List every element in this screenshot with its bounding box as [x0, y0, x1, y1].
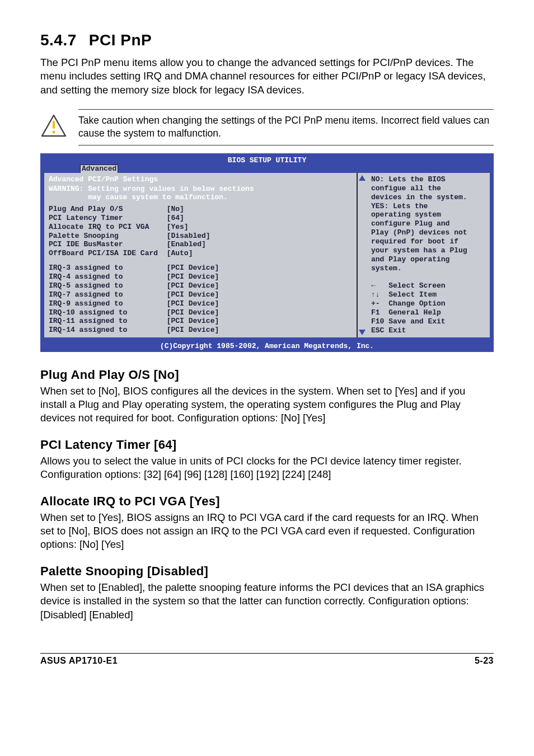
footer-left: ASUS AP1710-E1: [40, 656, 118, 666]
bios-tab-bar: Advanced: [41, 165, 493, 173]
scroll-down-icon: [359, 330, 366, 335]
footer-right: 5-23: [475, 656, 494, 666]
bios-tab-advanced[interactable]: Advanced: [80, 165, 118, 173]
option-heading-3: Palette Snooping [Disabled]: [40, 564, 494, 579]
bios-copyright: (C)Copyright 1985-2002, American Megatre…: [41, 341, 493, 351]
option-heading-0: Plug And Play O/S [No]: [40, 368, 494, 382]
option-desc-3: When set to [Enabled], the palette snoop…: [40, 581, 494, 622]
bios-scroll-indicator: [358, 173, 367, 337]
caution-icon: [40, 114, 67, 140]
option-heading-1: PCI Latency Timer [64]: [40, 438, 494, 452]
option-desc-0: When set to [No], BIOS configures all th…: [40, 384, 494, 425]
bios-settings-block-2[interactable]: IRQ-3 assigned to [PCI Device] IRQ-4 ass…: [49, 264, 352, 335]
bios-help-text: NO: Lets the BIOS configue all the devic…: [371, 175, 485, 335]
page: 5.4.7PCI PnP The PCI PnP menu items allo…: [0, 0, 534, 693]
bios-settings-block-1[interactable]: Plug And Play O/S [No] PCI Latency Timer…: [49, 205, 352, 258]
intro-paragraph: The PCI PnP menu items allow you to chan…: [40, 56, 494, 97]
bios-body: Advanced PCI/PnP Settings WARNING: Setti…: [44, 173, 490, 337]
bios-window: BIOS SETUP UTILITY Advanced Advanced PCI…: [40, 153, 494, 352]
option-heading-2: Allocate IRQ to PCI VGA [Yes]: [40, 494, 494, 509]
svg-rect-1: [53, 121, 55, 129]
option-desc-2: When set to [Yes], BIOS assigns an IRQ t…: [40, 511, 494, 552]
scroll-up-icon: [359, 175, 366, 181]
bios-help-panel: NO: Lets the BIOS configue all the devic…: [367, 173, 490, 337]
bios-main-panel: Advanced PCI/PnP Settings WARNING: Setti…: [44, 173, 358, 337]
section-heading: 5.4.7PCI PnP: [40, 31, 494, 49]
bios-title: BIOS SETUP UTILITY: [41, 154, 493, 165]
caution-block: Take caution when changing the settings …: [40, 109, 494, 145]
caution-text: Take caution when changing the settings …: [78, 109, 494, 145]
section-title: PCI PnP: [89, 31, 152, 49]
bios-panel-heading: Advanced PCI/PnP Settings: [49, 175, 352, 184]
svg-point-2: [53, 131, 55, 134]
option-desc-1: Allows you to select the value in units …: [40, 454, 494, 482]
page-footer: ASUS AP1710-E1 5-23: [40, 653, 494, 666]
section-number: 5.4.7: [40, 31, 77, 49]
bios-warning: WARNING: Setting wrong values in below s…: [49, 185, 352, 201]
